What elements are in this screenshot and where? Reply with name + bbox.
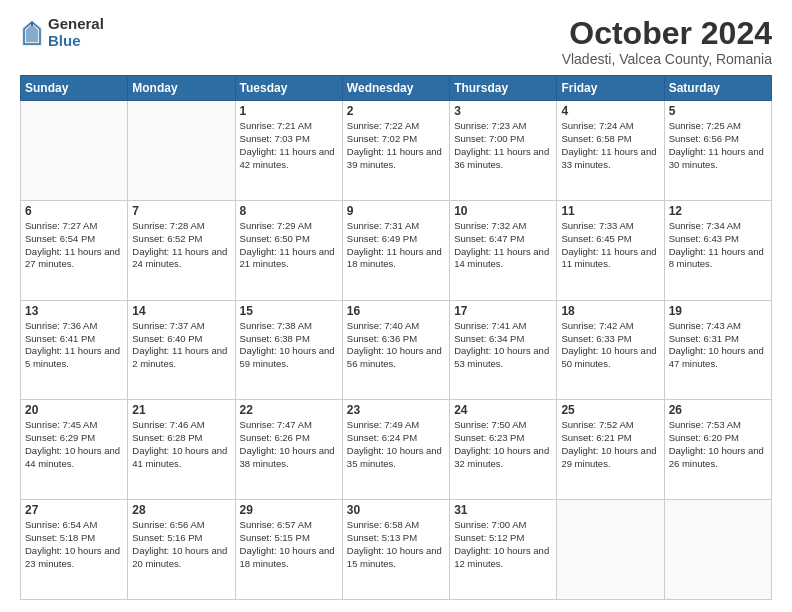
- table-row: 22Sunrise: 7:47 AM Sunset: 6:26 PM Dayli…: [235, 400, 342, 500]
- table-row: 24Sunrise: 7:50 AM Sunset: 6:23 PM Dayli…: [450, 400, 557, 500]
- table-row: 29Sunrise: 6:57 AM Sunset: 5:15 PM Dayli…: [235, 500, 342, 600]
- day-number: 12: [669, 204, 767, 218]
- day-info: Sunrise: 6:58 AM Sunset: 5:13 PM Dayligh…: [347, 519, 445, 570]
- table-row: 30Sunrise: 6:58 AM Sunset: 5:13 PM Dayli…: [342, 500, 449, 600]
- page: General Blue October 2024 Vladesti, Valc…: [0, 0, 792, 612]
- day-info: Sunrise: 7:22 AM Sunset: 7:02 PM Dayligh…: [347, 120, 445, 171]
- table-row: 16Sunrise: 7:40 AM Sunset: 6:36 PM Dayli…: [342, 300, 449, 400]
- day-info: Sunrise: 7:53 AM Sunset: 6:20 PM Dayligh…: [669, 419, 767, 470]
- logo-blue-text: Blue: [48, 33, 104, 50]
- calendar-body: 1Sunrise: 7:21 AM Sunset: 7:03 PM Daylig…: [21, 101, 772, 600]
- header: General Blue October 2024 Vladesti, Valc…: [20, 16, 772, 67]
- day-info: Sunrise: 7:52 AM Sunset: 6:21 PM Dayligh…: [561, 419, 659, 470]
- logo-general-text: General: [48, 16, 104, 33]
- day-info: Sunrise: 7:33 AM Sunset: 6:45 PM Dayligh…: [561, 220, 659, 271]
- day-number: 16: [347, 304, 445, 318]
- table-row: [128, 101, 235, 201]
- day-number: 25: [561, 403, 659, 417]
- day-number: 8: [240, 204, 338, 218]
- table-row: [557, 500, 664, 600]
- day-info: Sunrise: 7:50 AM Sunset: 6:23 PM Dayligh…: [454, 419, 552, 470]
- day-number: 21: [132, 403, 230, 417]
- month-title: October 2024: [562, 16, 772, 51]
- day-info: Sunrise: 7:24 AM Sunset: 6:58 PM Dayligh…: [561, 120, 659, 171]
- day-info: Sunrise: 7:25 AM Sunset: 6:56 PM Dayligh…: [669, 120, 767, 171]
- calendar-week-row: 6Sunrise: 7:27 AM Sunset: 6:54 PM Daylig…: [21, 200, 772, 300]
- day-number: 20: [25, 403, 123, 417]
- table-row: 25Sunrise: 7:52 AM Sunset: 6:21 PM Dayli…: [557, 400, 664, 500]
- table-row: 9Sunrise: 7:31 AM Sunset: 6:49 PM Daylig…: [342, 200, 449, 300]
- table-row: 12Sunrise: 7:34 AM Sunset: 6:43 PM Dayli…: [664, 200, 771, 300]
- logo-text: General Blue: [48, 16, 104, 49]
- table-row: 19Sunrise: 7:43 AM Sunset: 6:31 PM Dayli…: [664, 300, 771, 400]
- day-info: Sunrise: 7:40 AM Sunset: 6:36 PM Dayligh…: [347, 320, 445, 371]
- table-row: 20Sunrise: 7:45 AM Sunset: 6:29 PM Dayli…: [21, 400, 128, 500]
- table-row: 4Sunrise: 7:24 AM Sunset: 6:58 PM Daylig…: [557, 101, 664, 201]
- table-row: 11Sunrise: 7:33 AM Sunset: 6:45 PM Dayli…: [557, 200, 664, 300]
- day-info: Sunrise: 7:00 AM Sunset: 5:12 PM Dayligh…: [454, 519, 552, 570]
- day-number: 11: [561, 204, 659, 218]
- table-row: 3Sunrise: 7:23 AM Sunset: 7:00 PM Daylig…: [450, 101, 557, 201]
- calendar-week-row: 1Sunrise: 7:21 AM Sunset: 7:03 PM Daylig…: [21, 101, 772, 201]
- day-number: 28: [132, 503, 230, 517]
- day-number: 17: [454, 304, 552, 318]
- table-row: 2Sunrise: 7:22 AM Sunset: 7:02 PM Daylig…: [342, 101, 449, 201]
- day-info: Sunrise: 7:49 AM Sunset: 6:24 PM Dayligh…: [347, 419, 445, 470]
- logo-icon: [20, 18, 44, 48]
- weekday-header-row: Sunday Monday Tuesday Wednesday Thursday…: [21, 76, 772, 101]
- table-row: 21Sunrise: 7:46 AM Sunset: 6:28 PM Dayli…: [128, 400, 235, 500]
- day-number: 31: [454, 503, 552, 517]
- day-info: Sunrise: 7:28 AM Sunset: 6:52 PM Dayligh…: [132, 220, 230, 271]
- day-info: Sunrise: 7:45 AM Sunset: 6:29 PM Dayligh…: [25, 419, 123, 470]
- day-number: 30: [347, 503, 445, 517]
- day-number: 4: [561, 104, 659, 118]
- calendar-week-row: 27Sunrise: 6:54 AM Sunset: 5:18 PM Dayli…: [21, 500, 772, 600]
- day-info: Sunrise: 7:41 AM Sunset: 6:34 PM Dayligh…: [454, 320, 552, 371]
- day-number: 13: [25, 304, 123, 318]
- day-number: 3: [454, 104, 552, 118]
- table-row: 13Sunrise: 7:36 AM Sunset: 6:41 PM Dayli…: [21, 300, 128, 400]
- day-number: 19: [669, 304, 767, 318]
- day-info: Sunrise: 7:36 AM Sunset: 6:41 PM Dayligh…: [25, 320, 123, 371]
- day-number: 22: [240, 403, 338, 417]
- day-info: Sunrise: 7:23 AM Sunset: 7:00 PM Dayligh…: [454, 120, 552, 171]
- table-row: [21, 101, 128, 201]
- header-friday: Friday: [557, 76, 664, 101]
- table-row: 6Sunrise: 7:27 AM Sunset: 6:54 PM Daylig…: [21, 200, 128, 300]
- day-number: 26: [669, 403, 767, 417]
- table-row: [664, 500, 771, 600]
- day-number: 29: [240, 503, 338, 517]
- table-row: 26Sunrise: 7:53 AM Sunset: 6:20 PM Dayli…: [664, 400, 771, 500]
- day-info: Sunrise: 7:31 AM Sunset: 6:49 PM Dayligh…: [347, 220, 445, 271]
- location-subtitle: Vladesti, Valcea County, Romania: [562, 51, 772, 67]
- table-row: 27Sunrise: 6:54 AM Sunset: 5:18 PM Dayli…: [21, 500, 128, 600]
- calendar-week-row: 13Sunrise: 7:36 AM Sunset: 6:41 PM Dayli…: [21, 300, 772, 400]
- day-info: Sunrise: 7:27 AM Sunset: 6:54 PM Dayligh…: [25, 220, 123, 271]
- table-row: 23Sunrise: 7:49 AM Sunset: 6:24 PM Dayli…: [342, 400, 449, 500]
- header-wednesday: Wednesday: [342, 76, 449, 101]
- table-row: 31Sunrise: 7:00 AM Sunset: 5:12 PM Dayli…: [450, 500, 557, 600]
- day-info: Sunrise: 7:21 AM Sunset: 7:03 PM Dayligh…: [240, 120, 338, 171]
- table-row: 10Sunrise: 7:32 AM Sunset: 6:47 PM Dayli…: [450, 200, 557, 300]
- day-info: Sunrise: 7:29 AM Sunset: 6:50 PM Dayligh…: [240, 220, 338, 271]
- calendar-table: Sunday Monday Tuesday Wednesday Thursday…: [20, 75, 772, 600]
- table-row: 15Sunrise: 7:38 AM Sunset: 6:38 PM Dayli…: [235, 300, 342, 400]
- day-number: 14: [132, 304, 230, 318]
- day-number: 24: [454, 403, 552, 417]
- day-number: 15: [240, 304, 338, 318]
- calendar-week-row: 20Sunrise: 7:45 AM Sunset: 6:29 PM Dayli…: [21, 400, 772, 500]
- header-monday: Monday: [128, 76, 235, 101]
- day-info: Sunrise: 6:57 AM Sunset: 5:15 PM Dayligh…: [240, 519, 338, 570]
- header-thursday: Thursday: [450, 76, 557, 101]
- day-info: Sunrise: 6:56 AM Sunset: 5:16 PM Dayligh…: [132, 519, 230, 570]
- table-row: 5Sunrise: 7:25 AM Sunset: 6:56 PM Daylig…: [664, 101, 771, 201]
- day-number: 1: [240, 104, 338, 118]
- day-info: Sunrise: 7:34 AM Sunset: 6:43 PM Dayligh…: [669, 220, 767, 271]
- day-info: Sunrise: 7:47 AM Sunset: 6:26 PM Dayligh…: [240, 419, 338, 470]
- header-saturday: Saturday: [664, 76, 771, 101]
- day-number: 5: [669, 104, 767, 118]
- day-number: 7: [132, 204, 230, 218]
- day-number: 6: [25, 204, 123, 218]
- day-info: Sunrise: 7:42 AM Sunset: 6:33 PM Dayligh…: [561, 320, 659, 371]
- day-number: 27: [25, 503, 123, 517]
